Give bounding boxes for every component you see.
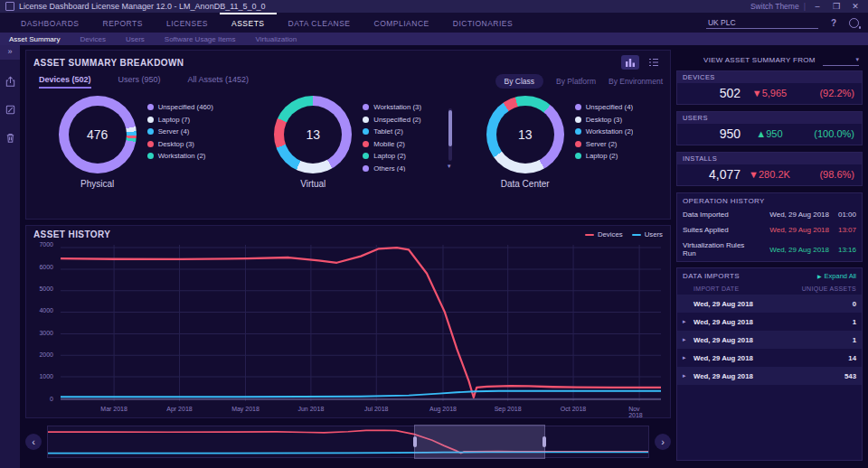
stat-percentage: (92.2%) (798, 88, 854, 98)
legend-name: Mobile (2) (373, 140, 405, 148)
expand-all-icon: ▶ (817, 274, 822, 279)
row-expand-icon[interactable]: ▸ (683, 318, 693, 325)
selection-right-handle[interactable] (542, 436, 546, 447)
legend-dot-icon (363, 153, 369, 159)
data-import-row[interactable]: ▸Wed, 29 Aug 201814 (677, 349, 862, 367)
help-icon[interactable]: ? (831, 18, 836, 28)
x-tick-may-2018: May 2018 (231, 406, 259, 412)
import-date: Wed, 29 Aug 2018 (693, 318, 753, 326)
scroll-down-icon[interactable]: ▼ (447, 164, 452, 169)
nav-item-dictionaries[interactable]: DICTIONARIES (441, 13, 524, 33)
import-date: Wed, 29 Aug 2018 (693, 372, 753, 380)
list-view-icon[interactable] (645, 55, 663, 70)
delete-icon[interactable] (5, 132, 16, 144)
minimize-button[interactable]: – (810, 2, 825, 11)
filter-by-class[interactable]: By Class (495, 74, 544, 89)
breakdown-tab-all-assets-1452[interactable]: All Assets (1452) (188, 75, 250, 89)
breakdown-tab-users-950[interactable]: Users (950) (118, 75, 161, 89)
legend-dot-icon (147, 117, 154, 123)
legend-dot-icon (147, 128, 154, 135)
subtab-asset-summary[interactable]: Asset Summary (9, 35, 60, 43)
subtab-devices[interactable]: Devices (80, 35, 105, 43)
app-icon (5, 2, 14, 11)
legend-name: Laptop (2) (373, 152, 406, 160)
stat-delta: ▲950 (741, 128, 798, 139)
nav-item-assets[interactable]: ASSETS (220, 13, 277, 33)
legend-scrollbar[interactable]: ▼ (448, 108, 452, 161)
stat-label: DEVICES (677, 71, 862, 83)
row-expand-icon[interactable]: ▸ (683, 336, 693, 343)
view-from-dropdown[interactable]: ▾ (823, 54, 859, 66)
right-sidebar: VIEW ASSET SUMMARY FROM ▾ DEVICES502▼5,9… (675, 45, 868, 468)
data-import-row[interactable]: Wed, 29 Aug 20180 (677, 295, 862, 313)
donut-group-virtual: 13VirtualWorkstation (3)Unspecified (2)T… (241, 96, 453, 189)
stat-delta: ▼5,965 (741, 88, 798, 98)
export-icon[interactable] (5, 76, 16, 88)
scrub-left-button[interactable]: ‹ (25, 434, 42, 450)
maximize-button[interactable]: ❒ (829, 2, 844, 11)
row-expand-icon[interactable]: ▸ (683, 354, 693, 361)
chevron-down-icon: ▾ (855, 54, 859, 65)
chart-view-icon[interactable] (621, 55, 639, 70)
stat-card-installs: INSTALLS4,077▼280.2K(98.6%) (676, 152, 863, 186)
x-tick-apr-2018: Apr 2018 (166, 406, 192, 412)
filter-by-environment[interactable]: By Environment (609, 77, 663, 86)
legend-dot-icon (363, 117, 369, 123)
y-axis-labels: 01000200030004000500060007000 (28, 241, 57, 401)
close-button[interactable]: ✕ (848, 2, 863, 11)
donut-total: 476 (69, 106, 127, 164)
switch-theme-button[interactable]: Switch Theme (750, 2, 799, 11)
legend-dot-icon (575, 141, 581, 147)
stat-delta: ▼280.2K (741, 169, 798, 180)
legend-item-tablet-2: Tablet (2) (363, 127, 421, 136)
data-import-row[interactable]: ▸Wed, 29 Aug 20181 (677, 331, 862, 349)
legend-item-server-2: Server (2) (575, 140, 634, 148)
stat-value: 502 (684, 86, 741, 100)
scrollbar-thumb[interactable] (448, 110, 452, 146)
data-imports-rows: Wed, 29 Aug 20180▸Wed, 29 Aug 20181▸Wed,… (677, 295, 862, 385)
data-imports-panel: DATA IMPORTS ▶Expand All IMPORT DATE UNI… (676, 267, 863, 461)
expand-all-button[interactable]: ▶Expand All (817, 272, 856, 280)
subtab-virtualization[interactable]: Virtualization (256, 35, 297, 43)
subtab-software-usage-items[interactable]: Software Usage Items (165, 35, 236, 43)
data-import-row[interactable]: ▸Wed, 29 Aug 20181 (677, 313, 862, 331)
legend-item-laptop-7: Laptop (7) (147, 116, 213, 124)
column-import-date: IMPORT DATE (693, 285, 739, 292)
donut-label: Data Center (501, 179, 550, 189)
legend-dot-icon (363, 165, 369, 172)
legend-item-others-4: Others (4) (363, 164, 421, 173)
donut-chart-physical: 476 (59, 96, 137, 173)
scrub-right-button[interactable]: › (655, 434, 671, 450)
history-legend-devices: Devices (585, 230, 623, 239)
nav-item-data-cleanse[interactable]: DATA CLEANSE (277, 13, 363, 33)
operation-date: Wed, 29 Aug 2018 (759, 226, 829, 234)
breakdown-tab-devices-502[interactable]: Devices (502) (39, 75, 91, 89)
nav-item-reports[interactable]: REPORTS (91, 13, 155, 33)
x-tick-oct-2018: Oct 2018 (561, 406, 586, 412)
edit-icon[interactable] (5, 104, 16, 116)
timeline-selection[interactable] (414, 425, 545, 459)
y-tick-7000: 7000 (39, 241, 53, 248)
subtab-users[interactable]: Users (126, 35, 145, 43)
donut-chart-data-center: 13 (486, 96, 564, 173)
nav-item-compliance[interactable]: COMPLIANCE (363, 13, 441, 33)
legend-name: Unspecified (460) (158, 103, 213, 111)
legend-item-workstation-2: Workstation (2) (575, 127, 634, 136)
row-expand-icon[interactable]: ▸ (683, 372, 693, 379)
filter-by-platform[interactable]: By Platform (556, 77, 596, 86)
nav-item-dashboards[interactable]: DASHBOARDS (9, 13, 91, 33)
operation-history-title: OPERATION HISTORY (677, 193, 862, 207)
legend-name: Unspecified (4) (586, 103, 633, 111)
x-tick-jul-2018: Jul 2018 (364, 406, 388, 412)
legend-item-unspecified-2: Unspecified (2) (363, 116, 421, 124)
operation-time: 13:16 (829, 246, 856, 254)
legend-name: Workstation (3) (373, 103, 421, 111)
operation-name: Virtualization Rules Run (683, 241, 759, 257)
selection-left-handle[interactable] (413, 436, 417, 447)
data-import-row[interactable]: ▸Wed, 29 Aug 2018543 (677, 367, 862, 385)
asset-summary-breakdown-panel: ASSET SUMMARY BREAKDOWN Devices (5 (25, 50, 671, 220)
timeline-track[interactable] (47, 426, 649, 458)
expand-rail-icon[interactable]: » (0, 45, 20, 60)
nav-item-licenses[interactable]: LICENSES (155, 13, 220, 33)
company-input[interactable] (706, 17, 818, 29)
